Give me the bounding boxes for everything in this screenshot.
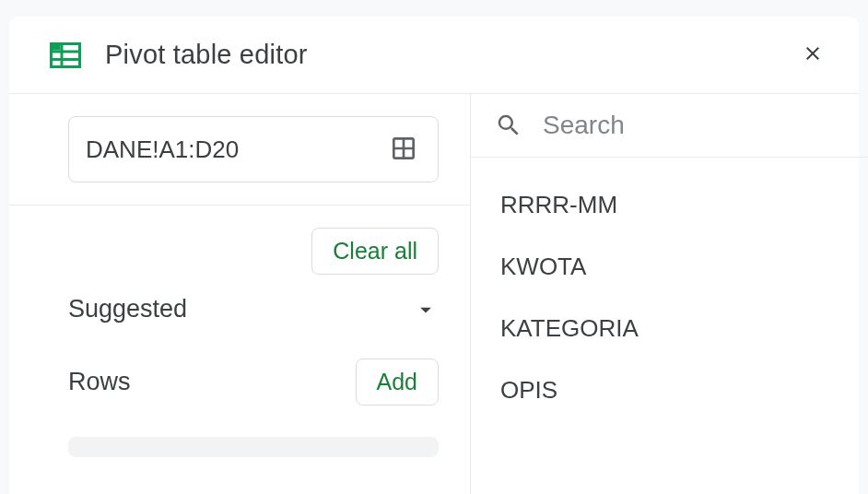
close-icon [802,42,824,67]
add-rows-button[interactable]: Add [356,359,439,406]
field-item[interactable]: OPIS [495,359,868,421]
field-search-input[interactable] [543,111,868,140]
config-column: Clear all Suggested Rows Add [9,94,471,494]
select-range-button[interactable] [385,130,422,170]
range-section [9,94,470,206]
fields-column: RRRR-MM KWOTA KATEGORIA OPIS [471,94,868,494]
field-item[interactable]: KWOTA [495,236,868,298]
field-item[interactable]: RRRR-MM [495,174,868,236]
suggested-label: Suggested [68,295,187,323]
rows-label: Rows [68,368,131,396]
search-icon [495,112,522,139]
pivot-table-icon [50,42,81,68]
field-item[interactable]: KATEGORIA [495,298,868,359]
clear-all-button[interactable]: Clear all [311,228,439,275]
data-range-input[interactable] [86,135,385,164]
range-input-container [68,116,439,182]
panel-body: Clear all Suggested Rows Add [9,94,859,494]
pivot-table-editor-panel: Pivot table editor [9,17,859,494]
grid-icon [389,134,418,166]
rows-drop-area[interactable] [68,437,439,457]
config-section: Clear all Suggested Rows Add [9,206,470,479]
suggested-toggle[interactable]: Suggested [68,295,439,323]
fields-list: RRRR-MM KWOTA KATEGORIA OPIS [471,158,868,438]
clear-all-row: Clear all [68,228,439,275]
panel-header: Pivot table editor [9,17,859,94]
svg-rect-4 [53,45,61,51]
search-row [471,94,868,158]
rows-section-header: Rows Add [68,359,439,406]
close-button[interactable] [796,37,829,73]
chevron-down-icon [413,297,439,323]
panel-title: Pivot table editor [105,40,796,70]
